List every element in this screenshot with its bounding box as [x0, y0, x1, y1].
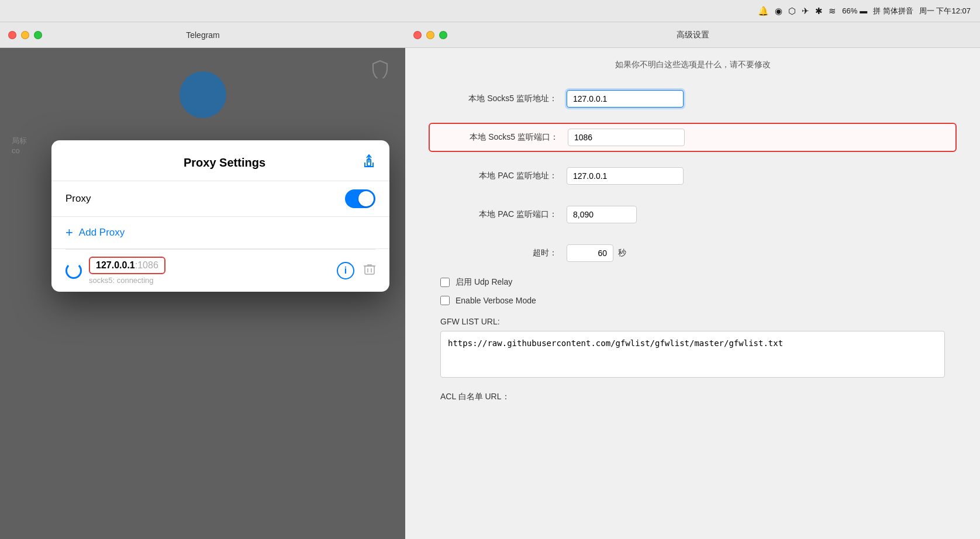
telegram-titlebar: Telegram [0, 22, 406, 48]
proxy-body: Proxy + Add Proxy 127.0.0.1:1086 so [51, 181, 389, 292]
cursor-icon: ⬡ [788, 6, 796, 16]
proxy-spinner [65, 262, 82, 279]
share-button[interactable] [363, 154, 375, 171]
battery-pct: 66% [842, 6, 857, 15]
delete-button[interactable] [364, 263, 375, 279]
proxy-toggle[interactable] [345, 189, 375, 208]
telegram-minimize-btn[interactable] [21, 31, 29, 39]
advanced-warning: 如果你不明白这些选项是什么，请不要修改 [429, 60, 957, 70]
proxy-address-bold: 127.0.0.1 [96, 260, 135, 270]
tg-bg-text: 局标co [12, 136, 27, 155]
socks5-port-label: 本地 Socks5 监听端口： [441, 132, 558, 143]
advanced-title: 高级设置 [677, 30, 709, 40]
advanced-close-btn[interactable] [413, 31, 422, 39]
udp-relay-row: 启用 Udp Relay [429, 277, 957, 288]
datetime: 周一 下午12:07 [919, 6, 971, 16]
location-icon: ◉ [775, 6, 782, 16]
verbose-checkbox[interactable] [440, 296, 450, 305]
advanced-minimize-btn[interactable] [426, 31, 434, 39]
pac-port-label: 本地 PAC 监听端口： [440, 209, 557, 220]
send-icon: ✈ [802, 6, 809, 16]
red-arrow-annotation [157, 286, 227, 292]
proxy-item: 127.0.0.1:1086 socks5: connecting i [51, 250, 389, 292]
telegram-window: Telegram 局标co Proxy Settings [0, 22, 406, 539]
pac-port-input[interactable] [567, 206, 637, 223]
gfw-input[interactable]: https://raw.githubusercontent.com/gfwlis… [440, 331, 945, 378]
avatar [180, 71, 226, 118]
menubar: 🔔 ◉ ⬡ ✈ ✱ ≋ 66% ▬ 拼 简体拼音 周一 下午12:07 [0, 0, 980, 22]
svg-rect-2 [365, 266, 374, 274]
bluetooth-icon: ✱ [815, 6, 823, 16]
telegram-bg: 局标co Proxy Settings Proxy [0, 48, 406, 539]
socks5-address-row: 本地 Socks5 监听地址： [429, 84, 957, 113]
pac-port-row: 本地 PAC 监听端口： [429, 200, 957, 229]
add-icon: + [65, 225, 73, 240]
advanced-window: 高级设置 如果你不明白这些选项是什么，请不要修改 本地 Socks5 监听地址：… [405, 22, 980, 539]
telegram-maximize-btn[interactable] [34, 31, 42, 39]
telegram-close-btn[interactable] [8, 31, 16, 39]
proxy-status: socks5: connecting [89, 276, 330, 285]
timeout-suffix: 秒 [618, 248, 626, 258]
advanced-maximize-btn[interactable] [439, 31, 447, 39]
battery-area: 66% ▬ [842, 6, 867, 15]
info-button[interactable]: i [337, 262, 354, 279]
proxy-dialog: Proxy Settings Proxy + A [51, 140, 389, 292]
acl-section: ACL 白名单 URL： [429, 392, 957, 402]
socks5-address-label: 本地 Socks5 监听地址： [440, 94, 557, 104]
verbose-label: Enable Verbose Mode [456, 296, 536, 305]
socks5-address-input[interactable] [567, 90, 684, 108]
add-proxy-row[interactable]: + Add Proxy [51, 217, 389, 249]
pac-address-label: 本地 PAC 监听地址： [440, 171, 557, 181]
battery-icon: ▬ [860, 6, 867, 15]
proxy-header: Proxy Settings [51, 140, 389, 181]
telegram-window-controls [8, 31, 42, 39]
gfw-label: GFW LIST URL: [440, 317, 945, 326]
bell-icon: 🔔 [758, 6, 769, 16]
verbose-row: Enable Verbose Mode [429, 296, 957, 305]
pac-address-input[interactable] [567, 167, 684, 185]
proxy-address-light: :1086 [135, 260, 158, 270]
timeout-label: 超时： [440, 248, 557, 258]
input-method: 拼 简体拼音 [873, 6, 913, 16]
proxy-title: Proxy Settings [87, 156, 363, 170]
advanced-window-controls [413, 31, 447, 39]
timeout-input[interactable] [567, 244, 613, 262]
proxy-item-actions: i [337, 262, 375, 279]
socks5-port-row: 本地 Socks5 监听端口： [429, 123, 957, 152]
udp-relay-checkbox[interactable] [440, 278, 450, 287]
gfw-section: GFW LIST URL: https://raw.githubusercont… [429, 317, 957, 380]
advanced-titlebar: 高级设置 [405, 22, 980, 48]
wifi-icon: ≋ [829, 6, 836, 16]
udp-relay-label: 启用 Udp Relay [456, 277, 512, 288]
menubar-right: 🔔 ◉ ⬡ ✈ ✱ ≋ 66% ▬ 拼 简体拼音 周一 下午12:07 [758, 6, 971, 16]
shield-icon [372, 60, 388, 82]
acl-label: ACL 白名单 URL： [440, 392, 945, 402]
timeout-row: 超时： 秒 [429, 239, 957, 268]
add-proxy-label: Add Proxy [79, 227, 125, 239]
proxy-address-box: 127.0.0.1:1086 [89, 257, 165, 274]
pac-address-row: 本地 PAC 监听地址： [429, 161, 957, 191]
proxy-item-content: 127.0.0.1:1086 socks5: connecting [89, 257, 330, 285]
proxy-label: Proxy [65, 193, 91, 205]
advanced-body: 如果你不明白这些选项是什么，请不要修改 本地 Socks5 监听地址： 本地 S… [405, 48, 980, 414]
socks5-port-input[interactable] [568, 129, 685, 146]
telegram-title: Telegram [186, 30, 220, 40]
proxy-toggle-row: Proxy [51, 181, 389, 217]
